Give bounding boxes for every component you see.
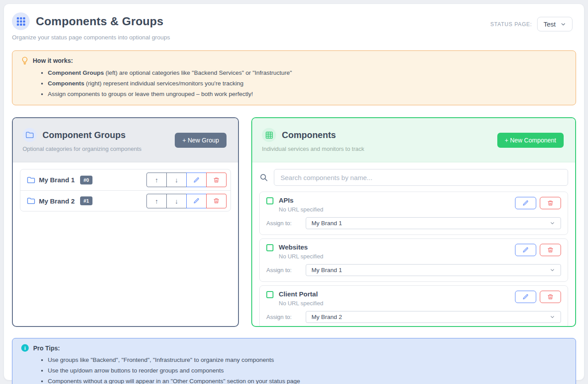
assign-group-select[interactable]: My Brand 1 [306, 217, 561, 229]
new-component-button[interactable]: + New Component [497, 133, 564, 148]
delete-component-button[interactable] [540, 244, 561, 256]
assign-group-select[interactable]: My Brand 1 [306, 264, 561, 276]
move-group-down-button[interactable]: ↓ [166, 194, 187, 208]
status-page-select[interactable]: Test [537, 17, 573, 31]
component-url-status: No URL specified [279, 300, 323, 307]
how-it-works-box: How it works: Component Groups (left) ar… [12, 50, 576, 105]
chevron-down-icon [560, 21, 566, 27]
pro-tip-bullet: Components without a group will appear i… [48, 376, 567, 384]
pencil-icon [193, 198, 200, 204]
table-grid-icon [262, 128, 276, 142]
group-name: My Brand 2 [39, 197, 75, 205]
component-card: Client Portal No URL specified [259, 285, 568, 327]
trash-icon [213, 198, 219, 204]
page-header: Components & Groups Organize your status… [12, 12, 576, 41]
chevron-down-icon [550, 267, 555, 273]
edit-group-button[interactable] [186, 194, 207, 208]
edit-group-button[interactable] [186, 173, 207, 187]
folder-icon [27, 197, 35, 204]
component-groups-body: My Brand 1 #0 ↑ ↓ [13, 162, 238, 326]
search-components-input[interactable] [274, 169, 568, 186]
page-title: Components & Groups [36, 15, 163, 28]
component-groups-title: Component Groups [42, 130, 126, 140]
pro-tip-bullet: Use groups like "Backend", "Frontend", "… [48, 355, 567, 365]
components-header: Components Individual services and monit… [252, 118, 575, 162]
assigned-group-value: My Brand 1 [311, 220, 342, 227]
edit-component-button[interactable] [515, 291, 536, 303]
component-checkbox[interactable] [266, 291, 273, 298]
how-it-works-title: How it works: [33, 57, 73, 64]
main-card: Components & Groups Organize your status… [4, 4, 584, 380]
component-list: APIs No URL specified [259, 192, 568, 327]
assign-to-label: Assign to: [266, 314, 295, 320]
group-order-badge: #0 [80, 176, 92, 184]
component-name: Client Portal [279, 290, 323, 298]
assign-to-label: Assign to: [266, 267, 295, 273]
group-actions: ↑ ↓ [146, 173, 227, 187]
component-checkbox[interactable] [266, 197, 273, 204]
pencil-icon [523, 247, 529, 253]
status-page-selected-value: Test [543, 20, 556, 28]
trash-icon [547, 294, 553, 300]
component-checkbox[interactable] [266, 244, 273, 251]
move-group-up-button[interactable]: ↑ [146, 173, 167, 187]
how-it-works-bullet: Components (right) represent individual … [48, 78, 567, 89]
info-icon: i [21, 344, 29, 352]
how-it-works-bullet: Component Groups (left) are optional cat… [48, 68, 567, 78]
group-row: My Brand 2 #1 ↑ ↓ [20, 190, 231, 211]
delete-component-button[interactable] [540, 291, 561, 303]
trash-icon [547, 200, 553, 206]
components-groups-app-icon [12, 12, 30, 30]
how-it-works-bullet: Assign components to groups or leave the… [48, 89, 567, 100]
pro-tips-list: Use groups like "Backend", "Frontend", "… [21, 355, 567, 384]
component-url-status: No URL specified [279, 253, 323, 260]
components-title: Components [282, 130, 336, 140]
assigned-group-value: My Brand 1 [311, 267, 342, 273]
arrow-down-icon: ↓ [175, 197, 178, 205]
group-list: My Brand 1 #0 ↑ ↓ [20, 169, 231, 211]
trash-icon [547, 247, 553, 253]
component-groups-header: Component Groups Optional categories for… [13, 118, 238, 162]
move-group-up-button[interactable]: ↑ [146, 194, 167, 208]
pro-tips-title: Pro Tips: [33, 345, 60, 352]
arrow-up-icon: ↑ [155, 176, 158, 184]
new-group-button[interactable]: + New Group [175, 133, 227, 148]
edit-component-button[interactable] [515, 244, 536, 256]
component-url-status: No URL specified [279, 206, 323, 213]
how-it-works-list: Component Groups (left) are optional cat… [21, 68, 567, 100]
grid-dots-icon [17, 17, 25, 26]
edit-component-button[interactable] [515, 197, 536, 209]
search-icon [259, 173, 268, 182]
component-name: APIs [279, 196, 323, 204]
component-card: APIs No URL specified [259, 192, 568, 235]
trash-icon [213, 177, 219, 183]
group-name: My Brand 1 [39, 176, 75, 184]
move-group-down-button[interactable]: ↓ [166, 173, 187, 187]
page-subtitle: Organize your status page components int… [12, 34, 170, 41]
delete-group-button[interactable] [206, 194, 227, 208]
group-actions: ↑ ↓ [146, 194, 227, 208]
assign-to-label: Assign to: [266, 220, 295, 227]
chevron-down-icon [550, 314, 555, 320]
components-panel: Components Individual services and monit… [251, 117, 576, 327]
assigned-group-value: My Brand 2 [311, 314, 342, 320]
components-body: APIs No URL specified [252, 162, 575, 327]
status-page-label: STATUS PAGE: [490, 21, 532, 27]
pro-tip-bullet: Use the up/down arrow buttons to reorder… [48, 365, 567, 376]
components-subtitle: Individual services and monitors to trac… [262, 146, 364, 152]
pencil-icon [193, 177, 200, 183]
folder-icon [27, 177, 35, 184]
pro-tips-box: i Pro Tips: Use groups like "Backend", "… [12, 338, 576, 384]
component-card: Websites No URL specified [259, 238, 568, 282]
pencil-icon [523, 200, 529, 206]
group-row: My Brand 1 #0 ↑ ↓ [20, 169, 231, 190]
assign-group-select[interactable]: My Brand 2 [306, 311, 561, 323]
delete-component-button[interactable] [540, 197, 561, 209]
component-groups-subtitle: Optional categories for organizing compo… [23, 146, 142, 152]
component-groups-panel: Component Groups Optional categories for… [12, 117, 239, 327]
pencil-icon [523, 294, 529, 300]
arrow-down-icon: ↓ [175, 176, 178, 184]
arrow-up-icon: ↑ [155, 197, 158, 205]
component-name: Websites [279, 243, 323, 251]
delete-group-button[interactable] [206, 173, 227, 187]
